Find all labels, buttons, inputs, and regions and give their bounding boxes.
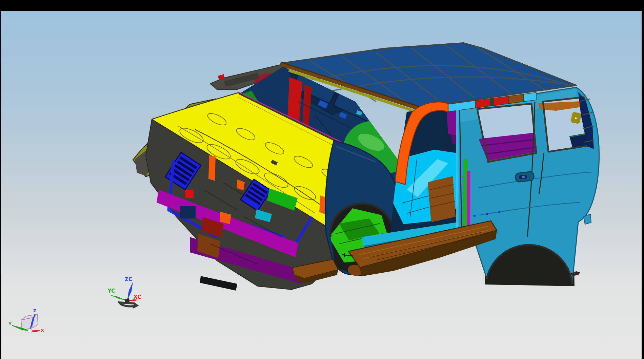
cad-viewport[interactable]: ZC YC XC Z Y X <box>0 0 644 359</box>
view-y-label: Y <box>8 321 12 326</box>
left-black-bar <box>0 0 1 359</box>
view-z-label: Z <box>33 308 36 313</box>
right-black-bar <box>642 0 644 359</box>
top-black-bar <box>0 0 644 11</box>
cad-application-window: ZC YC XC Z Y X <box>0 0 644 359</box>
floor-tunnel <box>428 176 456 222</box>
wcs-y-label: YC <box>107 288 115 294</box>
triad-origin-sphere <box>28 329 32 333</box>
wcs-z-label: ZC <box>125 276 132 282</box>
door-handle[interactable] <box>515 171 535 182</box>
wcs-x-label: XC <box>134 294 141 300</box>
view-x-label: X <box>41 328 44 333</box>
rear-door-window[interactable] <box>477 104 536 162</box>
